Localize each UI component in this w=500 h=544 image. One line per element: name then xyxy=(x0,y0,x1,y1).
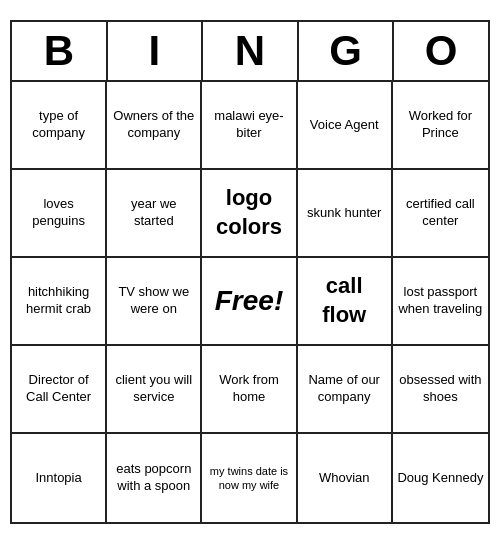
bingo-grid: type of companyOwners of the companymala… xyxy=(12,82,488,522)
bingo-cell-7: logo colors xyxy=(202,170,297,258)
bingo-cell-24: Doug Kennedy xyxy=(393,434,488,522)
bingo-cell-17: Work from home xyxy=(202,346,297,434)
header-letter-b: B xyxy=(12,22,108,80)
bingo-cell-14: lost passport when traveling xyxy=(393,258,488,346)
bingo-cell-11: TV show we were on xyxy=(107,258,202,346)
bingo-cell-4: Worked for Prince xyxy=(393,82,488,170)
bingo-cell-12: Free! xyxy=(202,258,297,346)
header-letter-i: I xyxy=(108,22,204,80)
header-letter-g: G xyxy=(299,22,395,80)
bingo-header: BINGO xyxy=(12,22,488,82)
bingo-cell-20: Inntopia xyxy=(12,434,107,522)
bingo-cell-19: obsessed with shoes xyxy=(393,346,488,434)
bingo-cell-23: Whovian xyxy=(298,434,393,522)
bingo-cell-5: loves penguins xyxy=(12,170,107,258)
bingo-cell-2: malawi eye-biter xyxy=(202,82,297,170)
header-letter-o: O xyxy=(394,22,488,80)
bingo-cell-6: year we started xyxy=(107,170,202,258)
header-letter-n: N xyxy=(203,22,299,80)
bingo-cell-10: hitchhiking hermit crab xyxy=(12,258,107,346)
bingo-card: BINGO type of companyOwners of the compa… xyxy=(10,20,490,524)
bingo-cell-9: certified call center xyxy=(393,170,488,258)
bingo-cell-13: call flow xyxy=(298,258,393,346)
bingo-cell-21: eats popcorn with a spoon xyxy=(107,434,202,522)
bingo-cell-1: Owners of the company xyxy=(107,82,202,170)
bingo-cell-15: Director of Call Center xyxy=(12,346,107,434)
bingo-cell-18: Name of our company xyxy=(298,346,393,434)
bingo-cell-8: skunk hunter xyxy=(298,170,393,258)
bingo-cell-16: client you will service xyxy=(107,346,202,434)
bingo-cell-3: Voice Agent xyxy=(298,82,393,170)
bingo-cell-22: my twins date is now my wife xyxy=(202,434,297,522)
bingo-cell-0: type of company xyxy=(12,82,107,170)
